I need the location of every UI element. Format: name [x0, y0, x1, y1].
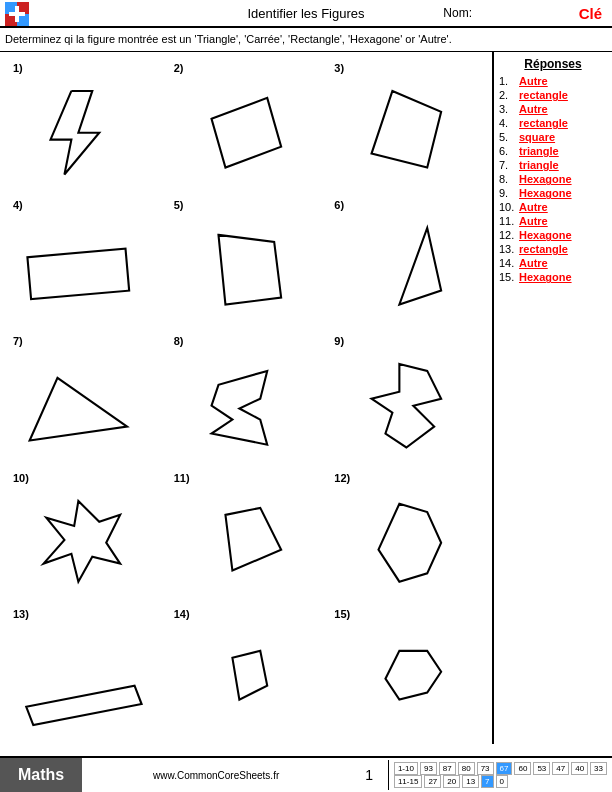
stat-53: 53 — [533, 762, 550, 775]
answer-text: rectangle — [519, 243, 568, 255]
answer-item: 9.Hexagone — [499, 187, 607, 199]
figure-5: 5) — [166, 194, 327, 330]
header-logo — [5, 2, 29, 26]
stat-93: 93 — [420, 762, 437, 775]
figure-8: 8) — [166, 330, 327, 466]
fig-label-2: 2) — [174, 62, 184, 74]
fig-label-9: 9) — [334, 335, 344, 347]
answer-item: 13.rectangle — [499, 243, 607, 255]
fig-label-11: 11) — [174, 472, 190, 484]
svg-marker-11 — [30, 378, 127, 441]
fig-label-8: 8) — [174, 335, 184, 347]
answer-num: 8. — [499, 173, 519, 185]
answer-text: Hexagone — [519, 229, 572, 241]
fig-svg-4 — [15, 214, 156, 325]
answer-num: 2. — [499, 89, 519, 101]
answer-text: Autre — [519, 215, 548, 227]
figure-7: 7) — [5, 330, 166, 466]
figures-grid: 1) 2) 3) 4) — [5, 57, 487, 739]
figure-14: 14) — [166, 603, 327, 739]
svg-marker-13 — [372, 364, 442, 448]
stat-20: 20 — [443, 775, 460, 788]
answer-num: 10. — [499, 201, 519, 213]
fig-label-15: 15) — [334, 608, 350, 620]
page-footer: Maths www.CommonCoreSheets.fr 1 1-10 93 … — [0, 756, 612, 792]
fig-svg-11 — [176, 487, 317, 598]
page-header: Identifier les Figures Nom: Clé — [0, 0, 612, 28]
figure-1: 1) — [5, 57, 166, 193]
answer-item: 15.Hexagone — [499, 271, 607, 283]
answer-item: 3.Autre — [499, 103, 607, 115]
footer-maths-label: Maths — [0, 758, 82, 792]
stat-47: 47 — [552, 762, 569, 775]
figure-4: 4) — [5, 194, 166, 330]
answer-item: 14.Autre — [499, 257, 607, 269]
stat-33: 33 — [590, 762, 607, 775]
svg-marker-16 — [379, 503, 442, 581]
fig-label-1: 1) — [13, 62, 23, 74]
answer-item: 4.rectangle — [499, 117, 607, 129]
header-title: Identifier les Figures — [247, 6, 364, 21]
answer-text: Autre — [519, 103, 548, 115]
footer-url: www.CommonCoreSheets.fr — [82, 770, 350, 781]
figure-15: 15) — [326, 603, 487, 739]
figure-12: 12) — [326, 467, 487, 603]
answer-text: Hexagone — [519, 187, 572, 199]
figure-6: 6) — [326, 194, 487, 330]
figure-2: 2) — [166, 57, 327, 193]
stat-60: 60 — [514, 762, 531, 775]
answer-text: Hexagone — [519, 173, 572, 185]
answer-text: triangle — [519, 159, 559, 171]
stats-row-2: 11-15 27 20 13 7 0 — [394, 775, 607, 788]
answer-num: 7. — [499, 159, 519, 171]
answer-item: 5.square — [499, 131, 607, 143]
stat-67: 67 — [496, 762, 513, 775]
answers-column: Réponses 1.Autre2.rectangle3.Autre4.rect… — [492, 52, 612, 744]
instructions: Determinez qi la figure montrée est un '… — [0, 28, 612, 52]
svg-marker-18 — [232, 651, 267, 700]
svg-rect-8 — [27, 248, 129, 299]
svg-marker-14 — [44, 501, 121, 582]
fig-label-7: 7) — [13, 335, 23, 347]
svg-rect-5 — [9, 12, 25, 16]
fig-svg-14 — [176, 623, 317, 734]
fig-label-4: 4) — [13, 199, 23, 211]
header-nom: Nom: — [443, 6, 472, 20]
answer-item: 2.rectangle — [499, 89, 607, 101]
answer-item: 12.Hexagone — [499, 229, 607, 241]
stats-row-1: 1-10 93 87 80 73 67 60 53 47 40 33 — [394, 762, 607, 775]
figure-13: 13) — [5, 603, 166, 739]
fig-label-13: 13) — [13, 608, 29, 620]
fig-label-6: 6) — [334, 199, 344, 211]
stat-80: 80 — [458, 762, 475, 775]
stat-27: 27 — [424, 775, 441, 788]
fig-svg-1 — [15, 77, 156, 188]
fig-svg-15 — [336, 623, 477, 734]
fig-svg-3 — [336, 77, 477, 188]
stat-87: 87 — [439, 762, 456, 775]
footer-page: 1 — [350, 767, 388, 783]
fig-svg-10 — [15, 487, 156, 598]
stat-13: 13 — [462, 775, 479, 788]
answer-item: 10.Autre — [499, 201, 607, 213]
fig-svg-5 — [176, 214, 317, 325]
answer-text: Autre — [519, 257, 548, 269]
figure-10: 10) — [5, 467, 166, 603]
svg-marker-10 — [400, 228, 442, 305]
stat-range-2: 11-15 — [394, 775, 422, 788]
svg-marker-9 — [218, 235, 281, 305]
answer-text: triangle — [519, 145, 559, 157]
answer-num: 6. — [499, 145, 519, 157]
answer-item: 6.triangle — [499, 145, 607, 157]
svg-marker-19 — [386, 651, 442, 700]
fig-label-5: 5) — [174, 199, 184, 211]
figure-11: 11) — [166, 467, 327, 603]
fig-svg-8 — [176, 350, 317, 461]
answer-num: 5. — [499, 131, 519, 143]
answer-num: 1. — [499, 75, 519, 87]
svg-marker-6 — [211, 98, 281, 168]
fig-label-14: 14) — [174, 608, 190, 620]
fig-svg-12 — [336, 487, 477, 598]
answer-num: 11. — [499, 215, 519, 227]
header-cle: Clé — [579, 5, 602, 22]
